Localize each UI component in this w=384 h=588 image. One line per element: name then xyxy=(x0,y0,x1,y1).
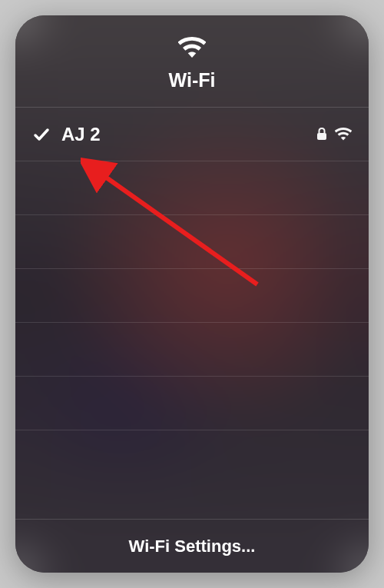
empty-row xyxy=(15,430,369,484)
network-name: AJ 2 xyxy=(61,124,316,145)
empty-row xyxy=(15,377,369,430)
wifi-signal-icon xyxy=(335,128,352,141)
empty-row xyxy=(15,215,369,269)
svg-rect-0 xyxy=(317,133,326,140)
empty-row xyxy=(15,161,369,215)
checkmark-icon xyxy=(32,125,51,144)
wifi-icon xyxy=(178,37,206,58)
empty-row xyxy=(15,323,369,377)
lock-icon xyxy=(316,128,327,141)
network-row[interactable]: AJ 2 xyxy=(15,108,369,161)
wifi-control-panel: Wi-Fi AJ 2 xyxy=(15,15,369,573)
panel-header: Wi-Fi xyxy=(15,15,369,107)
panel-footer: Wi-Fi Settings... xyxy=(15,519,369,573)
panel-title: Wi-Fi xyxy=(169,69,216,91)
wifi-settings-button[interactable]: Wi-Fi Settings... xyxy=(129,537,256,556)
empty-row xyxy=(15,269,369,323)
network-status-icons xyxy=(316,128,352,141)
network-list: AJ 2 xyxy=(15,107,369,484)
